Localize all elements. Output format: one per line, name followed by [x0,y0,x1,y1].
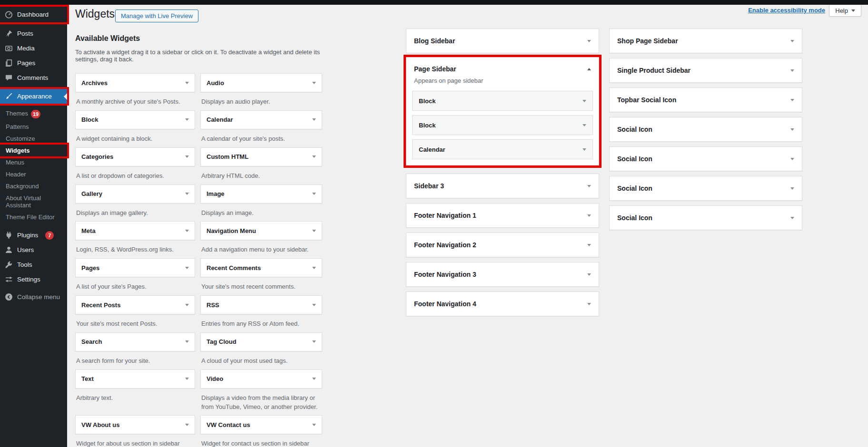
sidebar-area-social-icon-4[interactable]: Social Icon [609,205,802,230]
sidebar-item-comments[interactable]: Comments [0,70,67,85]
widget-card-meta[interactable]: Meta [75,221,195,240]
chevron-down-icon[interactable] [312,340,316,343]
sidebar-item-media[interactable]: Media [0,41,67,56]
chevron-down-icon[interactable] [790,99,794,101]
chevron-down-icon[interactable] [582,148,586,151]
widget-card-audio[interactable]: Audio [200,73,322,92]
help-dropdown-button[interactable]: Help [829,5,861,17]
widget-card-pages[interactable]: Pages [75,258,195,277]
chevron-down-icon[interactable] [185,82,189,84]
chevron-down-icon[interactable] [185,230,189,232]
chevron-up-icon[interactable] [587,68,591,70]
chevron-down-icon[interactable] [185,378,189,380]
widget-card-navigation-menu[interactable]: Navigation Menu [200,221,322,240]
chevron-down-icon[interactable] [587,185,591,187]
sidebar-area-footer-navigation-4[interactable]: Footer Navigation 4 [406,292,599,316]
sidebar-item-customize[interactable]: Customize [0,133,67,145]
chevron-down-icon[interactable] [582,100,586,102]
sidebar-area-social-icon-1[interactable]: Social Icon [609,117,802,142]
widget-card-categories[interactable]: Categories [75,147,195,166]
widget-card-image[interactable]: Image [200,185,322,204]
sidebar-area-footer-navigation-2[interactable]: Footer Navigation 2 [406,233,599,257]
sidebar-area-social-icon-3[interactable]: Social Icon [609,176,802,201]
sidebar-item-tools[interactable]: Tools [0,257,67,272]
chevron-down-icon[interactable] [587,303,591,305]
widget-card-vw-about-us[interactable]: VW About us [75,415,195,434]
assigned-widget-block-2[interactable]: Block [412,115,593,135]
widget-card-calendar[interactable]: Calendar [200,110,322,129]
chevron-down-icon[interactable] [185,304,189,306]
chevron-down-icon[interactable] [312,424,316,426]
collapse-menu-button[interactable]: Collapse menu [0,290,67,304]
chevron-down-icon[interactable] [790,69,794,72]
sidebar-item-plugins[interactable]: Plugins 7 [0,228,67,243]
chevron-down-icon[interactable] [790,217,794,219]
sidebar-area-sidebar-3[interactable]: Sidebar 3 [406,174,599,198]
chevron-down-icon[interactable] [587,244,591,246]
sidebar-item-widgets[interactable]: Widgets [0,145,67,156]
widget-card-gallery[interactable]: Gallery [75,185,195,204]
sidebar-item-settings[interactable]: Settings [0,272,67,287]
sidebar-item-pages[interactable]: Pages [0,56,67,70]
sidebar-area-topbar-social-icon[interactable]: Topbar Social Icon [609,87,802,112]
chevron-down-icon[interactable] [185,267,189,269]
chevron-down-icon[interactable] [312,155,316,158]
sidebar-area-shop-page-sidebar[interactable]: Shop Page Sidebar [609,29,802,53]
chevron-down-icon[interactable] [312,267,316,269]
widget-card-tag-cloud[interactable]: Tag Cloud [200,332,322,351]
chevron-down-icon[interactable] [790,40,794,42]
sidebar-item-background[interactable]: Background [0,180,67,192]
manage-live-preview-button[interactable]: Manage with Live Preview [115,10,198,22]
widget-card-recent-comments[interactable]: Recent Comments [200,258,322,277]
chevron-down-icon[interactable] [185,424,189,426]
sidebar-item-about-virtual-assistant[interactable]: About Virtual Assistant [0,192,67,211]
chevron-down-icon[interactable] [312,230,316,232]
chevron-down-icon[interactable] [587,40,591,42]
assigned-widget-calendar[interactable]: Calendar [412,139,593,159]
page-sidebar-header[interactable]: Page Sidebar [406,58,599,73]
chevron-down-icon[interactable] [312,118,316,121]
widget-card-text[interactable]: Text [75,369,195,389]
widget-card-search[interactable]: Search [75,332,195,351]
chevron-down-icon[interactable] [185,340,189,343]
sidebar-item-users[interactable]: Users [0,243,67,257]
chevron-down-icon[interactable] [582,124,586,126]
widget-card-block[interactable]: Block [75,110,195,129]
widget-card-video[interactable]: Video [200,369,322,389]
chevron-down-icon[interactable] [185,155,189,158]
sidebar-item-theme-file-editor[interactable]: Theme File Editor [0,211,67,223]
sidebar-item-menus[interactable]: Menus [0,156,67,168]
widget-card-custom-html[interactable]: Custom HTML [200,147,322,166]
sidebar-item-header[interactable]: Header [0,168,67,180]
chevron-down-icon[interactable] [587,273,591,276]
chevron-down-icon[interactable] [312,304,316,306]
sidebar-item-label: Appearance [17,93,52,100]
sidebar-item-themes[interactable]: Themes19 [0,107,67,121]
sidebar-area-footer-navigation-1[interactable]: Footer Navigation 1 [406,203,599,228]
widget-card-rss[interactable]: RSS [200,295,322,314]
widget-cell: VW Contact usWidget for contact us secti… [200,415,322,447]
chevron-down-icon[interactable] [790,187,794,190]
sidebar-item-appearance[interactable]: Appearance [0,89,67,104]
sidebar-item-dashboard[interactable]: Dashboard [0,7,67,22]
chevron-down-icon[interactable] [312,378,316,380]
sidebar-area-social-icon-2[interactable]: Social Icon [609,146,802,171]
sidebar-area-blog-sidebar[interactable]: Blog Sidebar [406,29,599,53]
chevron-down-icon[interactable] [185,193,189,195]
sidebar-item-posts[interactable]: Posts [0,26,67,41]
enable-accessibility-mode-link[interactable]: Enable accessibility mode [748,7,825,14]
sidebar-item-patterns[interactable]: Patterns [0,121,67,133]
chevron-down-icon[interactable] [312,193,316,195]
chevron-down-icon[interactable] [312,82,316,84]
widget-card-vw-contact-us[interactable]: VW Contact us [200,415,322,434]
chevron-down-icon[interactable] [790,128,794,131]
chevron-down-icon[interactable] [185,118,189,121]
sidebar-area-footer-navigation-3[interactable]: Footer Navigation 3 [406,262,599,287]
chevron-down-icon[interactable] [587,214,591,217]
widget-card-recent-posts[interactable]: Recent Posts [75,295,195,314]
chevron-down-icon[interactable] [790,158,794,160]
sidebar-item-label: Users [17,246,34,253]
widget-card-archives[interactable]: Archives [75,73,195,92]
sidebar-area-single-product-sidebar[interactable]: Single Product Sidebar [609,58,802,83]
assigned-widget-block-1[interactable]: Block [412,91,593,111]
